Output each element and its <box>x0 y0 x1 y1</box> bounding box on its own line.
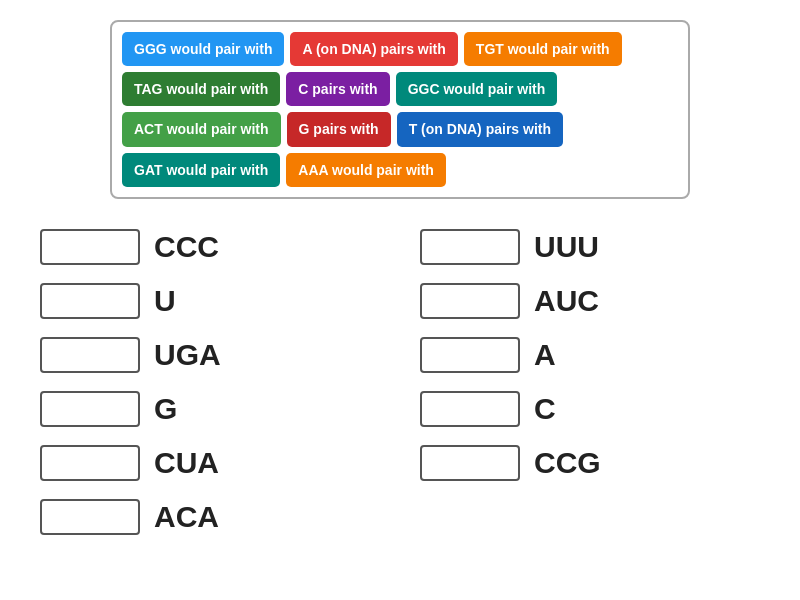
drop-box-match-uuu[interactable] <box>420 229 520 265</box>
label-match-c: C <box>534 392 556 426</box>
drop-box-match-u[interactable] <box>40 283 140 319</box>
tile-c[interactable]: C pairs with <box>286 72 389 106</box>
match-row-right: C <box>420 391 760 427</box>
label-match-uuu: UUU <box>534 230 599 264</box>
tile-aaa[interactable]: AAA would pair with <box>286 153 446 187</box>
match-row-right: UUU <box>420 229 760 265</box>
tile-gat[interactable]: GAT would pair with <box>122 153 280 187</box>
match-row-left: CUA <box>40 445 380 481</box>
drop-box-match-c[interactable] <box>420 391 520 427</box>
label-match-u: U <box>154 284 176 318</box>
drop-box-match-uga[interactable] <box>40 337 140 373</box>
drop-box-match-aca[interactable] <box>40 499 140 535</box>
label-match-aca: ACA <box>154 500 219 534</box>
label-match-uga: UGA <box>154 338 221 372</box>
label-match-ccc: CCC <box>154 230 219 264</box>
match-row-left: U <box>40 283 380 319</box>
tile-ggg[interactable]: GGG would pair with <box>122 32 284 66</box>
drop-box-match-a[interactable] <box>420 337 520 373</box>
tile-ggc[interactable]: GGC would pair with <box>396 72 558 106</box>
match-row-right <box>420 499 760 535</box>
drop-box-match-g[interactable] <box>40 391 140 427</box>
label-match-auc: AUC <box>534 284 599 318</box>
tile-act[interactable]: ACT would pair with <box>122 112 281 146</box>
label-match-ccg: CCG <box>534 446 601 480</box>
match-row-left: ACA <box>40 499 380 535</box>
match-row-right: AUC <box>420 283 760 319</box>
label-match-g: G <box>154 392 177 426</box>
match-area: CCCUUUUAUCUGAAGCCUACCGACA <box>40 219 760 535</box>
tile-t-dna[interactable]: T (on DNA) pairs with <box>397 112 563 146</box>
match-row-right: CCG <box>420 445 760 481</box>
match-row-left: G <box>40 391 380 427</box>
label-match-a: A <box>534 338 556 372</box>
tile-a-dna[interactable]: A (on DNA) pairs with <box>290 32 457 66</box>
drop-box-match-cua[interactable] <box>40 445 140 481</box>
match-row-left: CCC <box>40 229 380 265</box>
drop-box-match-auc[interactable] <box>420 283 520 319</box>
drop-box-match-ccc[interactable] <box>40 229 140 265</box>
tile-g[interactable]: G pairs with <box>287 112 391 146</box>
word-bank: GGG would pair withA (on DNA) pairs with… <box>110 20 690 199</box>
tile-tag[interactable]: TAG would pair with <box>122 72 280 106</box>
match-row-left: UGA <box>40 337 380 373</box>
drop-box-match-ccg[interactable] <box>420 445 520 481</box>
label-match-cua: CUA <box>154 446 219 480</box>
tile-tgt[interactable]: TGT would pair with <box>464 32 622 66</box>
match-row-right: A <box>420 337 760 373</box>
